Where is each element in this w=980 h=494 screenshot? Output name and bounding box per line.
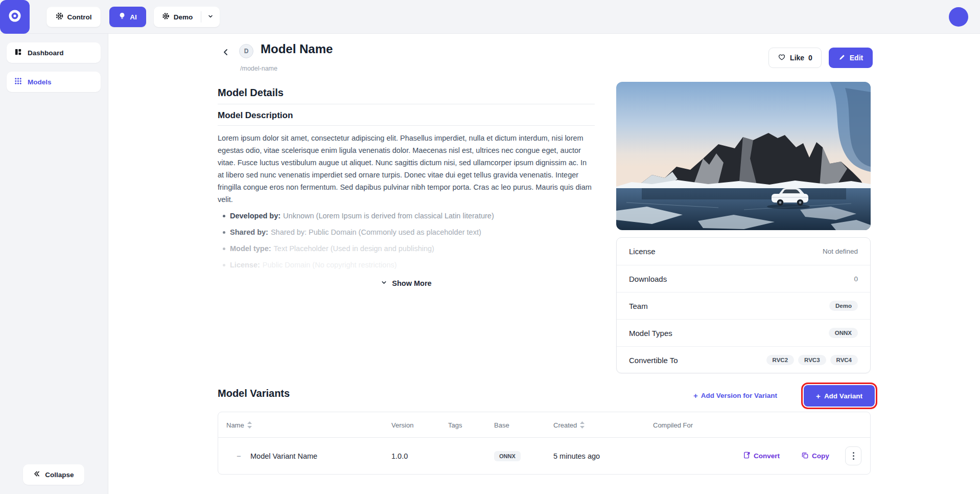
aperture-icon bbox=[56, 12, 63, 21]
description-bullet-list: Developed by:Unknown (Lorem Ipsum is der… bbox=[218, 210, 595, 271]
column-header-label: Base bbox=[494, 421, 509, 429]
bullet-label: License: bbox=[230, 261, 260, 269]
base-badge: ONNX bbox=[494, 451, 521, 461]
model-details-section: Model Details Model Description Lorem ip… bbox=[218, 87, 595, 287]
double-chevron-left-icon bbox=[33, 470, 40, 479]
base-cell: ONNX bbox=[494, 438, 521, 474]
bullet-label: Model type: bbox=[230, 244, 271, 253]
column-header-label: Created bbox=[553, 421, 577, 429]
like-label: Like bbox=[790, 54, 804, 62]
version-cell: 1.0.0 bbox=[391, 438, 408, 474]
sidebar-item-label: Models bbox=[28, 78, 52, 86]
list-item: Developed by:Unknown (Lorem Ipsum is der… bbox=[222, 210, 595, 222]
convertible-badges: RVC2 RVC3 RVC4 bbox=[766, 355, 858, 365]
info-row-model-types: Model Types ONNX bbox=[617, 319, 870, 346]
info-row-downloads: Downloads 0 bbox=[617, 265, 870, 292]
plus-icon: + bbox=[693, 392, 698, 399]
bullet-value: Text Placeholder (Used in design and pub… bbox=[274, 244, 434, 253]
add-version-label: Add Version for Variant bbox=[701, 392, 777, 399]
convertible-badge: RVC2 bbox=[766, 355, 794, 365]
sidebar-collapse-button[interactable]: Collapse bbox=[23, 464, 84, 485]
control-nav-button[interactable]: Control bbox=[46, 7, 101, 27]
demo-nav-button[interactable]: Demo bbox=[154, 12, 201, 21]
variant-name-cell[interactable]: Model Variant Name bbox=[250, 438, 317, 474]
model-description-heading: Model Description bbox=[218, 110, 595, 126]
list-item: Model type:Text Placeholder (Used in des… bbox=[222, 242, 595, 255]
info-value: Not defined bbox=[823, 248, 858, 255]
list-item: Shared by:Shared by: Public Domain (Comm… bbox=[222, 226, 595, 238]
column-header-label: Version bbox=[391, 421, 413, 429]
demo-nav-group: Demo bbox=[154, 7, 220, 27]
app-window: Control AI Demo bbox=[0, 0, 980, 494]
collapse-label: Collapse bbox=[45, 471, 74, 479]
dashboard-icon bbox=[14, 48, 22, 57]
heart-icon bbox=[778, 53, 786, 62]
page-title: Model Name bbox=[261, 42, 333, 56]
info-value: 0 bbox=[854, 275, 858, 283]
column-header-label: Name bbox=[226, 421, 244, 429]
model-info-card: License Not defined Downloads 0 Team Dem… bbox=[616, 237, 871, 373]
chevron-down-icon bbox=[381, 279, 387, 287]
model-cover-image bbox=[616, 82, 871, 230]
user-avatar[interactable] bbox=[949, 7, 968, 27]
main-content: D Model Name /model-name Like 0 Edit Mod… bbox=[108, 34, 980, 494]
add-variant-button[interactable]: + Add Variant bbox=[804, 385, 875, 407]
info-label: Model Types bbox=[629, 329, 672, 338]
sidebar: Dashboard Models Collapse bbox=[0, 34, 108, 494]
show-more-button[interactable]: Show More bbox=[218, 279, 595, 287]
copy-label: Copy bbox=[812, 452, 829, 460]
sidebar-item-dashboard[interactable]: Dashboard bbox=[7, 42, 101, 63]
table-row: − Model Variant Name 1.0.0 ONNX 5 minute… bbox=[218, 438, 870, 474]
app-logo[interactable] bbox=[0, 0, 30, 34]
bullet-value: Shared by: Public Domain (Commonly used … bbox=[271, 228, 481, 236]
column-header-label: Tags bbox=[448, 421, 462, 429]
like-count: 0 bbox=[808, 54, 812, 62]
edit-label: Edit bbox=[850, 54, 863, 62]
model-initial-badge: D bbox=[239, 44, 253, 58]
bullet-value: Unknown (Lorem Ipsum is derived from cla… bbox=[283, 212, 494, 220]
convert-icon bbox=[743, 451, 751, 461]
model-slug: /model-name bbox=[240, 65, 277, 72]
target-logo-icon bbox=[7, 8, 22, 26]
ai-label: AI bbox=[130, 13, 137, 21]
gear-icon bbox=[162, 12, 170, 21]
control-label: Control bbox=[67, 13, 92, 21]
bullet-value: Public Domain (No copyright restrictions… bbox=[263, 261, 397, 269]
table-header-row: Name Version Tags Base Created Compiled … bbox=[218, 412, 870, 438]
plus-icon: + bbox=[816, 392, 821, 400]
column-header-version: Version bbox=[391, 412, 413, 438]
column-header-label: Compiled For bbox=[653, 421, 693, 429]
copy-icon bbox=[801, 452, 809, 461]
top-navbar: Control AI Demo bbox=[0, 0, 980, 34]
convertible-badge: RVC4 bbox=[830, 355, 858, 365]
convert-action[interactable]: Convert bbox=[743, 438, 780, 474]
info-label: Convertible To bbox=[629, 356, 678, 365]
column-header-created[interactable]: Created bbox=[553, 412, 585, 438]
created-cell: 5 minutes ago bbox=[553, 438, 600, 474]
add-version-for-variant-button[interactable]: + Add Version for Variant bbox=[693, 392, 777, 399]
model-variants-heading: Model Variants bbox=[218, 388, 290, 399]
row-expander[interactable]: − bbox=[237, 438, 241, 474]
info-row-convertible: Convertible To RVC2 RVC3 RVC4 bbox=[617, 346, 870, 373]
bulb-icon bbox=[119, 12, 126, 21]
description-paragraph: Lorem ipsum dolor sit amet, consectetur … bbox=[218, 132, 595, 206]
add-variant-label: Add Variant bbox=[824, 392, 862, 400]
info-label: Team bbox=[629, 302, 648, 310]
info-row-license: License Not defined bbox=[617, 238, 870, 265]
edit-button[interactable]: Edit bbox=[829, 48, 873, 68]
sort-icon bbox=[580, 421, 585, 429]
copy-action[interactable]: Copy bbox=[801, 438, 829, 474]
ai-nav-button[interactable]: AI bbox=[109, 7, 146, 27]
column-header-tags: Tags bbox=[448, 412, 462, 438]
convert-label: Convert bbox=[754, 452, 780, 460]
back-button[interactable] bbox=[222, 48, 230, 58]
sidebar-item-label: Dashboard bbox=[28, 49, 64, 57]
kebab-icon bbox=[853, 452, 854, 454]
row-menu-button[interactable] bbox=[845, 446, 861, 465]
sidebar-item-models[interactable]: Models bbox=[7, 72, 101, 92]
demo-dropdown-toggle[interactable] bbox=[201, 12, 220, 21]
bullet-label: Shared by: bbox=[230, 228, 268, 236]
like-button[interactable]: Like 0 bbox=[768, 48, 822, 68]
column-header-name[interactable]: Name bbox=[226, 412, 252, 438]
model-type-badge: ONNX bbox=[829, 328, 858, 338]
